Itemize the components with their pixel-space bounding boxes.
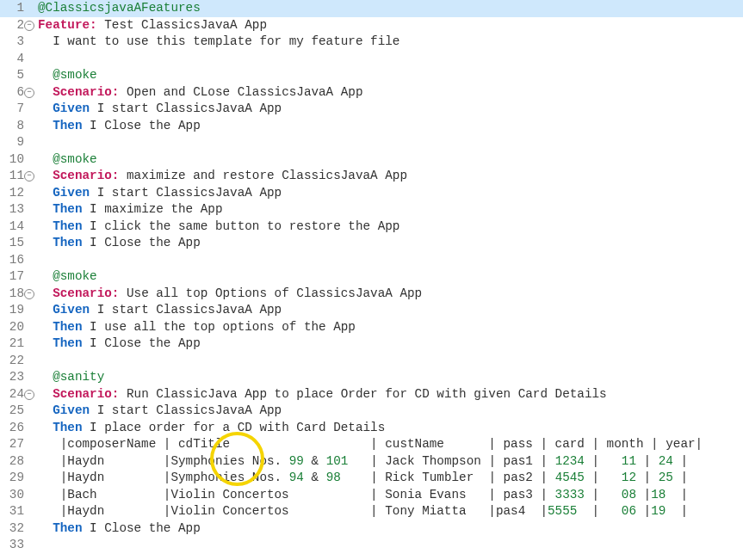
code-content[interactable]: Then I place order for a CD with Card De… <box>34 420 743 437</box>
code-content[interactable]: Then I Close the App <box>34 235 743 252</box>
code-content[interactable]: Then I maximize the App <box>34 201 743 218</box>
code-content[interactable]: Scenario: Use all top Options of Classic… <box>34 286 743 303</box>
code-content[interactable]: Scenario: Run ClassicJava App to place O… <box>34 386 743 403</box>
code-line[interactable]: 19 Given I start ClassicsJavaA App <box>0 302 743 319</box>
code-content[interactable] <box>34 353 743 370</box>
code-content[interactable]: Given I start ClassicsJavaA App <box>34 302 743 319</box>
code-content[interactable]: Then I Close the App <box>34 118 743 135</box>
token-num: 11 <box>622 454 636 468</box>
code-line[interactable]: 10 @smoke <box>0 151 743 169</box>
code-content[interactable]: Scenario: maximize and restore ClassicsJ… <box>34 168 743 185</box>
code-line[interactable]: 17 @smoke <box>0 268 743 286</box>
code-content[interactable]: @smoke <box>34 268 743 286</box>
fold-gutter[interactable]: − <box>26 17 34 34</box>
fold-gutter <box>26 201 34 218</box>
fold-toggle-icon[interactable]: − <box>24 390 34 400</box>
line-number: 24 <box>0 386 26 403</box>
code-line[interactable]: 11− Scenario: maximize and restore Class… <box>0 168 743 185</box>
token-plain <box>38 152 53 166</box>
fold-gutter[interactable]: − <box>26 84 34 102</box>
code-content[interactable]: |Haydn |Symphonies Nos. 99 & 101 | Jack … <box>34 453 743 471</box>
token-kw: Scenario: <box>53 169 119 182</box>
token-plain <box>38 269 53 283</box>
code-content[interactable]: @smoke <box>34 151 743 169</box>
code-content[interactable] <box>34 252 743 269</box>
code-content[interactable]: Given I start ClassicsJavaA App <box>34 101 743 118</box>
code-content[interactable]: I want to use this template for my featu… <box>34 34 743 51</box>
code-content[interactable]: Given I start ClassicsJavaA App <box>34 403 743 420</box>
code-line[interactable]: 18− Scenario: Use all top Options of Cla… <box>0 286 743 303</box>
code-line[interactable]: 7 Given I start ClassicsJavaA App <box>0 101 743 118</box>
code-content[interactable]: Then I Close the App <box>34 520 743 538</box>
code-line[interactable]: 8 Then I Close the App <box>0 118 743 135</box>
code-content[interactable]: Feature: Test ClassicsJavaA App <box>34 17 743 34</box>
fold-gutter[interactable]: − <box>26 286 34 303</box>
token-plain: | <box>585 488 622 502</box>
fold-toggle-icon[interactable]: − <box>24 21 34 31</box>
token-stepkw: Then <box>53 119 82 132</box>
code-content[interactable]: Scenario: Open and CLose ClassicsJavaA A… <box>34 84 743 102</box>
fold-gutter[interactable]: − <box>26 386 34 403</box>
code-line[interactable]: 5 @smoke <box>0 67 743 84</box>
token-stepkw: Then <box>53 236 82 249</box>
code-editor[interactable]: 1@ClassicsjavaAFeatures2−Feature: Test C… <box>0 0 743 560</box>
token-plain <box>38 286 53 300</box>
token-plain: | <box>666 504 688 518</box>
fold-toggle-icon[interactable]: − <box>24 171 34 182</box>
code-content[interactable]: Then I click the same button to restore … <box>34 218 743 236</box>
code-content[interactable]: @sanity <box>34 369 743 386</box>
token-plain: I start ClassicsJavaA App <box>90 303 282 317</box>
code-content[interactable]: Given I start ClassicsJavaA App <box>34 185 743 202</box>
code-content[interactable] <box>34 134 743 151</box>
fold-gutter[interactable]: − <box>26 168 34 185</box>
token-plain: I maximize the App <box>83 202 223 216</box>
token-num: 08 <box>622 488 636 502</box>
code-line[interactable]: 1@ClassicsjavaAFeatures <box>0 0 743 17</box>
fold-gutter <box>26 67 34 84</box>
fold-gutter <box>26 520 34 538</box>
token-plain <box>38 370 53 384</box>
code-line[interactable]: 6− Scenario: Open and CLose ClassicsJava… <box>0 84 743 102</box>
code-line[interactable]: 24− Scenario: Run ClassicJava App to pla… <box>0 386 743 403</box>
token-plain <box>38 102 53 115</box>
code-line[interactable]: 14 Then I click the same button to resto… <box>0 218 743 236</box>
code-content[interactable]: @smoke <box>34 67 743 84</box>
token-kw: Feature: <box>38 18 97 32</box>
code-line[interactable]: 33 <box>0 537 743 554</box>
code-content[interactable]: |composerName | cdTitle | custName | pas… <box>34 436 743 453</box>
fold-toggle-icon[interactable]: − <box>24 88 34 98</box>
token-plain: I Close the App <box>83 119 201 132</box>
code-content[interactable] <box>34 537 743 554</box>
code-line[interactable]: 23 @sanity <box>0 369 743 386</box>
code-line[interactable]: 26 Then I place order for a CD with Card… <box>0 420 743 437</box>
code-line[interactable]: 20 Then I use all the top options of the… <box>0 319 743 336</box>
code-content[interactable]: Then I Close the App <box>34 335 743 353</box>
code-line[interactable]: 9 <box>0 134 743 151</box>
code-line[interactable]: 3 I want to use this template for my fea… <box>0 34 743 51</box>
code-line[interactable]: 28 |Haydn |Symphonies Nos. 99 & 101 | Ja… <box>0 453 743 471</box>
code-line[interactable]: 30 |Bach |Violin Concertos | Sonia Evans… <box>0 487 743 504</box>
code-line[interactable]: 4 <box>0 51 743 68</box>
code-line[interactable]: 27 |composerName | cdTitle | custName | … <box>0 436 743 453</box>
code-line[interactable]: 32 Then I Close the App <box>0 520 743 538</box>
fold-toggle-icon[interactable]: − <box>24 289 34 299</box>
token-plain <box>38 119 53 132</box>
code-line[interactable]: 16 <box>0 252 743 269</box>
code-content[interactable]: @ClassicsjavaAFeatures <box>34 0 743 17</box>
code-line[interactable]: 25 Given I start ClassicsJavaA App <box>0 403 743 420</box>
code-content[interactable]: |Haydn |Symphonies Nos. 94 & 98 | Rick T… <box>34 470 743 487</box>
code-line[interactable]: 15 Then I Close the App <box>0 235 743 252</box>
code-content[interactable]: |Bach |Violin Concertos | Sonia Evans | … <box>34 487 743 504</box>
code-content[interactable]: Then I use all the top options of the Ap… <box>34 319 743 336</box>
code-line[interactable]: 22 <box>0 353 743 370</box>
token-plain <box>38 169 53 182</box>
token-plain: I Close the App <box>83 236 201 249</box>
code-content[interactable]: |Haydn |Violin Concertos | Tony Miatta |… <box>34 503 743 520</box>
code-line[interactable]: 29 |Haydn |Symphonies Nos. 94 & 98 | Ric… <box>0 470 743 487</box>
code-line[interactable]: 12 Given I start ClassicsJavaA App <box>0 185 743 202</box>
code-line[interactable]: 21 Then I Close the App <box>0 335 743 353</box>
code-line[interactable]: 13 Then I maximize the App <box>0 201 743 218</box>
code-line[interactable]: 31 |Haydn |Violin Concertos | Tony Miatt… <box>0 503 743 520</box>
code-content[interactable] <box>34 51 743 68</box>
code-line[interactable]: 2−Feature: Test ClassicsJavaA App <box>0 17 743 34</box>
